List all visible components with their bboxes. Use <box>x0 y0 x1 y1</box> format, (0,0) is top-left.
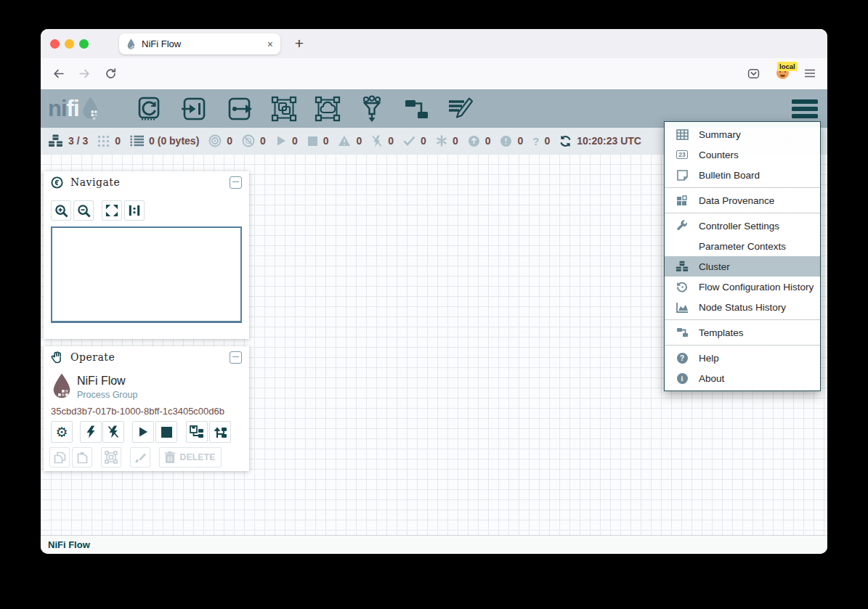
stop-button[interactable] <box>155 421 177 443</box>
operate-title: Operate <box>70 351 230 363</box>
menu-item-counters[interactable]: 23 Counters <box>665 144 820 165</box>
menu-divider <box>665 319 820 320</box>
color-button[interactable] <box>130 447 150 467</box>
template-icon <box>675 327 689 338</box>
upload-template-button[interactable] <box>209 421 231 443</box>
menu-divider <box>665 187 820 188</box>
cluster-icon <box>48 134 63 147</box>
menu-item-node-status-history[interactable]: Node Status History <box>665 297 820 317</box>
close-window-button[interactable] <box>50 39 60 49</box>
start-button[interactable] <box>132 421 154 443</box>
close-tab-icon[interactable]: × <box>267 38 273 50</box>
exclamation-circle-icon <box>500 135 512 147</box>
menu-item-controller-settings[interactable]: Controller Settings <box>665 216 820 236</box>
processor-component-icon[interactable] <box>135 95 163 126</box>
navigate-panel: Navigate <box>44 171 249 339</box>
menu-item-templates[interactable]: Templates <box>665 322 820 343</box>
zoom-fit-button[interactable] <box>102 200 122 221</box>
menu-item-bulletin-board[interactable]: Bulletin Board <box>665 165 820 185</box>
table-icon <box>675 129 689 140</box>
status-refresh: 10:20:23 UTC <box>559 135 641 147</box>
nifi-drop-icon <box>81 96 100 120</box>
label-component-icon[interactable] <box>446 95 474 126</box>
global-menu-icon[interactable] <box>792 99 818 123</box>
reload-icon[interactable] <box>105 68 117 83</box>
asterisk-icon <box>436 135 447 147</box>
browser-navbar: 192.168.40.11:8080/nifi/ local <box>41 58 827 89</box>
paste-icon <box>77 451 88 464</box>
funnel-component-icon[interactable] <box>358 95 386 126</box>
nifi-logo: ni fi <box>48 96 100 120</box>
forward-icon[interactable] <box>78 68 91 83</box>
desktop: NiFi Flow × + 192.168 <box>0 0 868 609</box>
remote-process-group-component-icon[interactable] <box>314 95 341 126</box>
browser-menu-icon[interactable] <box>804 68 816 81</box>
warning-icon <box>338 135 351 147</box>
zoom-actual-size-button[interactable] <box>124 200 145 221</box>
area-chart-icon <box>675 302 689 313</box>
gear-icon: ⚙ <box>55 425 68 439</box>
queued-icon <box>130 135 144 147</box>
sticky-note-icon <box>675 170 689 181</box>
configuration-button[interactable]: ⚙ <box>51 421 73 443</box>
logo-fi: fi <box>67 97 79 120</box>
paste-button[interactable] <box>72 447 92 467</box>
counters-icon: 23 <box>675 150 689 160</box>
output-port-component-icon[interactable] <box>226 95 253 126</box>
status-active-threads: 0 <box>97 135 121 147</box>
zoom-out-button[interactable] <box>73 200 94 221</box>
upload-template-icon <box>213 425 227 438</box>
browser-window: NiFi Flow × + 192.168 <box>41 29 827 554</box>
process-group-component-icon[interactable] <box>270 95 298 126</box>
save-template-icon <box>190 425 204 438</box>
delete-button[interactable]: DELETE <box>159 447 222 467</box>
status-queued: 0 (0 bytes) <box>130 135 199 147</box>
input-port-component-icon[interactable] <box>180 95 208 126</box>
menu-item-cluster[interactable]: Cluster <box>665 256 820 277</box>
bolt-slash-icon <box>371 135 383 147</box>
refresh-icon[interactable] <box>559 135 572 147</box>
enable-button[interactable] <box>80 421 102 443</box>
hand-pointer-icon <box>51 351 63 364</box>
copy-button[interactable] <box>49 447 70 467</box>
menu-item-parameter-contexts[interactable]: Parameter Contexts <box>665 236 820 256</box>
extension-icon[interactable]: local <box>776 67 789 79</box>
status-running: 0 <box>275 135 298 147</box>
menu-item-data-provenance[interactable]: Data Provenance <box>665 190 820 211</box>
birdseye-map[interactable] <box>51 226 242 323</box>
menu-item-summary[interactable]: Summary <box>665 124 820 144</box>
collapse-operate-button[interactable] <box>230 351 242 364</box>
back-icon[interactable] <box>52 68 65 83</box>
minimize-window-button[interactable] <box>65 39 74 49</box>
bolt-icon <box>86 425 96 438</box>
breadcrumb-bar: NiFi Flow <box>41 535 827 554</box>
check-icon <box>403 136 415 146</box>
breadcrumb[interactable]: NiFi Flow <box>48 539 90 550</box>
browser-tab[interactable]: NiFi Flow × <box>119 33 280 54</box>
provenance-icon <box>675 195 689 206</box>
group-button[interactable] <box>101 447 121 467</box>
zoom-in-button[interactable] <box>51 200 71 221</box>
zoom-window-button[interactable] <box>79 39 89 49</box>
menu-item-flow-configuration-history[interactable]: Flow Configuration History <box>665 277 820 297</box>
help-icon: ? <box>675 353 689 364</box>
question-icon: ? <box>532 135 539 147</box>
menu-item-about[interactable]: i About <box>665 368 820 388</box>
logo-ni: ni <box>48 97 67 120</box>
process-group-id: 35cbd3b7-017b-1000-8bff-1c3405c00d6b <box>51 406 224 417</box>
trash-icon <box>165 451 175 463</box>
tab-strip: NiFi Flow × + <box>41 29 827 58</box>
template-component-icon[interactable] <box>402 95 430 126</box>
extension-badge: local <box>777 62 798 71</box>
operate-header: Operate <box>44 346 249 368</box>
pocket-icon[interactable] <box>747 68 760 83</box>
menu-divider <box>665 213 820 213</box>
menu-item-help[interactable]: ? Help <box>665 348 820 368</box>
disable-button[interactable] <box>102 421 124 443</box>
create-template-button[interactable] <box>186 421 208 443</box>
stop-icon <box>161 426 173 438</box>
new-tab-button[interactable]: + <box>289 31 309 55</box>
delete-label: DELETE <box>179 452 215 462</box>
process-group-drop-icon <box>51 372 73 400</box>
collapse-navigate-button[interactable] <box>230 176 242 189</box>
